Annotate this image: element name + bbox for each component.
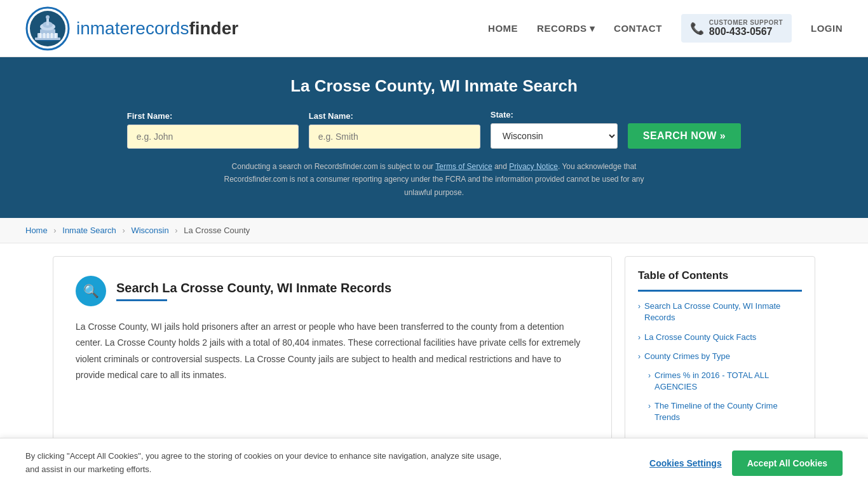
content-title: Search La Crosse County, WI Inmate Recor… [116,281,391,295]
logo[interactable]: inmaterecordsfinder [25,6,238,51]
hero-disclaimer: Conducting a search on Recordsfinder.com… [212,160,656,199]
logo-wordmark: inmaterecordsfinder [76,18,238,39]
state-group: State: AlabamaAlaskaArizonaArkansasCalif… [491,110,618,149]
svg-rect-12 [47,33,49,38]
content-card: 🔍 Search La Crosse County, WI Inmate Rec… [53,256,612,445]
toc-item[interactable]: ›The Timeline of the County Crime Trends [648,400,802,423]
chevron-right-icon: › [638,352,641,361]
site-header: inmaterecordsfinder HOME RECORDS ▾ CONTA… [0,0,868,57]
search-circle-icon: 🔍 [76,276,106,306]
svg-rect-13 [51,33,53,38]
toc-card: Table of Contents ›Search La Crosse Coun… [625,256,815,445]
cookie-text: By clicking "Accept All Cookies", you ag… [25,450,502,457]
chevron-right-icon: › [648,402,651,410]
support-info: CUSTOMER SUPPORT 800-433-0567 [709,19,783,37]
nav-records-label: RECORDS [537,23,587,34]
main-nav: HOME RECORDS ▾ CONTACT 📞 CUSTOMER SUPPOR… [488,14,843,43]
state-select[interactable]: AlabamaAlaskaArizonaArkansasCaliforniaCo… [491,123,618,149]
svg-rect-10 [39,33,41,38]
content-header: 🔍 Search La Crosse County, WI Inmate Rec… [76,276,589,306]
chevron-right-icon: › [638,333,641,342]
toc-item[interactable]: ›Search La Crosse County, WI Inmate Reco… [638,301,802,323]
cookie-actions: Cookies Settings Accept All Cookies [649,451,843,457]
svg-point-9 [46,15,50,19]
first-name-label: First Name: [127,111,173,121]
cookie-banner: By clicking "Accept All Cookies", you ag… [0,438,868,457]
toc-link[interactable]: Crimes % in 2016 - TOTAL ALL AGENCIES [654,370,802,393]
search-icon: 🔍 [83,283,99,299]
hero-section: La Crosse County, WI Inmate Search First… [0,57,868,218]
breadcrumb-county: La Crosse County [184,226,250,235]
nav-home[interactable]: HOME [488,23,518,34]
breadcrumb-inmate-search[interactable]: Inmate Search [62,226,116,235]
toc-link[interactable]: The Timeline of the County Crime Trends [654,400,802,423]
support-number: 800-433-0567 [709,26,783,37]
last-name-group: Last Name: [309,111,480,149]
state-label: State: [491,110,513,119]
first-name-group: First Name: [127,111,299,149]
hero-title: La Crosse County, WI Inmate Search [25,76,843,96]
first-name-input[interactable] [127,125,299,149]
toc-link[interactable]: County Crimes by Type [644,351,730,362]
content-title-group: Search La Crosse County, WI Inmate Recor… [116,281,391,301]
toc-item[interactable]: ›County Crimes by Type [638,351,802,362]
nav-contact[interactable]: CONTACT [614,23,662,34]
content-body: La Crosse County, WI jails hold prisoner… [76,319,589,383]
breadcrumb-state[interactable]: Wisconsin [131,226,168,235]
toc-divider [638,290,802,292]
nav-login[interactable]: LOGIN [811,23,843,34]
toc-link[interactable]: Search La Crosse County, WI Inmate Recor… [644,301,802,323]
sidebar: Table of Contents ›Search La Crosse Coun… [625,256,815,445]
chevron-down-icon: ▾ [590,23,595,34]
accept-cookies-button[interactable]: Accept All Cookies [732,451,843,457]
support-box[interactable]: 📞 CUSTOMER SUPPORT 800-433-0567 [681,14,792,43]
terms-link[interactable]: Terms of Service [435,162,492,171]
support-label: CUSTOMER SUPPORT [709,19,783,26]
nav-records[interactable]: RECORDS ▾ [537,23,595,34]
main-content: 🔍 Search La Crosse County, WI Inmate Rec… [27,243,841,458]
toc-item[interactable]: ›La Crosse County Quick Facts [638,332,802,343]
toc-link[interactable]: La Crosse County Quick Facts [644,332,756,343]
breadcrumb-sep-3: › [175,226,177,235]
breadcrumb-sep-2: › [122,226,125,235]
toc-title: Table of Contents [638,269,802,282]
search-form: First Name: Last Name: State: AlabamaAla… [25,110,843,149]
logo-icon [25,6,70,51]
breadcrumb: Home › Inmate Search › Wisconsin › La Cr… [0,218,868,243]
title-underline [116,299,167,301]
logo-text-part2: finder [189,18,238,38]
toc-items: ›Search La Crosse County, WI Inmate Reco… [638,301,802,424]
breadcrumb-sep-1: › [53,226,56,235]
toc-item[interactable]: ›Crimes % in 2016 - TOTAL ALL AGENCIES [648,370,802,393]
phone-icon: 📞 [690,22,704,36]
chevron-right-icon: › [648,371,651,380]
chevron-right-icon: › [638,302,641,311]
last-name-input[interactable] [309,125,480,149]
privacy-link[interactable]: Privacy Notice [509,162,558,171]
svg-rect-14 [55,33,57,38]
svg-rect-11 [43,33,45,38]
breadcrumb-home[interactable]: Home [25,226,48,235]
search-button[interactable]: SEARCH NOW » [628,123,741,149]
last-name-label: Last Name: [309,111,353,121]
logo-text-part1: inmaterecords [76,18,189,38]
